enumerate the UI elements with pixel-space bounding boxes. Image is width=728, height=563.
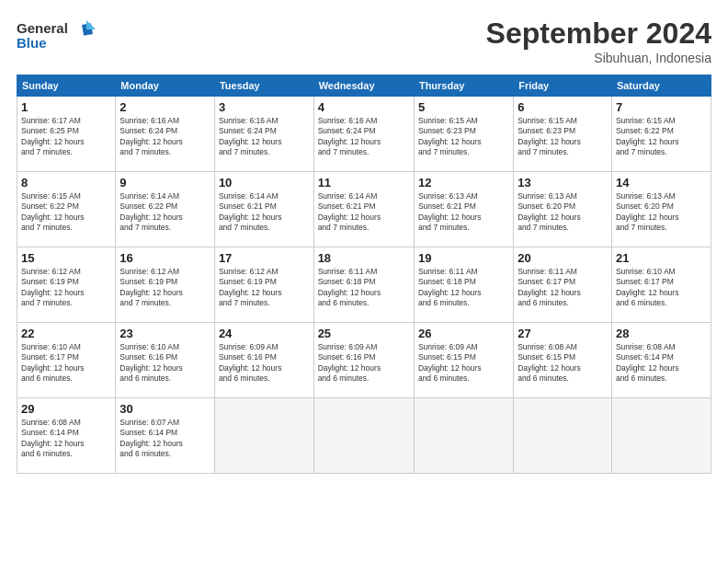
location: Sibuhuan, Indonesia bbox=[486, 51, 711, 65]
day-info: Sunrise: 6:16 AM Sunset: 6:24 PM Dayligh… bbox=[318, 116, 410, 158]
day-number: 26 bbox=[418, 327, 509, 340]
day-info: Sunrise: 6:12 AM Sunset: 6:19 PM Dayligh… bbox=[21, 267, 111, 309]
day-info: Sunrise: 6:08 AM Sunset: 6:14 PM Dayligh… bbox=[21, 418, 111, 460]
calendar-cell: 6Sunrise: 6:15 AM Sunset: 6:23 PM Daylig… bbox=[514, 97, 612, 172]
calendar-cell: 4Sunrise: 6:16 AM Sunset: 6:24 PM Daylig… bbox=[313, 97, 414, 172]
day-info: Sunrise: 6:14 AM Sunset: 6:21 PM Dayligh… bbox=[318, 191, 410, 234]
month-title: September 2024 bbox=[486, 17, 711, 51]
calendar-cell: 28Sunrise: 6:08 AM Sunset: 6:14 PM Dayli… bbox=[611, 323, 711, 398]
day-number: 29 bbox=[21, 402, 111, 416]
calendar-cell: 20Sunrise: 6:11 AM Sunset: 6:17 PM Dayli… bbox=[514, 247, 612, 323]
logo: General Blue bbox=[17, 17, 99, 57]
calendar-cell: 14Sunrise: 6:13 AM Sunset: 6:20 PM Dayli… bbox=[611, 172, 711, 247]
day-info: Sunrise: 6:14 AM Sunset: 6:22 PM Dayligh… bbox=[119, 191, 210, 234]
calendar-cell bbox=[414, 398, 513, 474]
day-number: 28 bbox=[616, 327, 707, 340]
day-info: Sunrise: 6:13 AM Sunset: 6:21 PM Dayligh… bbox=[418, 191, 509, 234]
calendar-cell: 22Sunrise: 6:10 AM Sunset: 6:17 PM Dayli… bbox=[17, 323, 116, 398]
day-info: Sunrise: 6:12 AM Sunset: 6:19 PM Dayligh… bbox=[219, 267, 310, 309]
day-info: Sunrise: 6:13 AM Sunset: 6:20 PM Dayligh… bbox=[616, 191, 707, 234]
calendar-cell: 18Sunrise: 6:11 AM Sunset: 6:18 PM Dayli… bbox=[313, 247, 414, 323]
calendar-header-friday: Friday bbox=[514, 75, 612, 97]
calendar-week-3: 15Sunrise: 6:12 AM Sunset: 6:19 PM Dayli… bbox=[17, 247, 711, 323]
day-number: 16 bbox=[119, 251, 210, 265]
day-info: Sunrise: 6:13 AM Sunset: 6:20 PM Dayligh… bbox=[518, 191, 608, 234]
day-number: 24 bbox=[219, 327, 310, 340]
day-number: 9 bbox=[119, 176, 210, 190]
day-number: 2 bbox=[119, 100, 210, 114]
day-info: Sunrise: 6:10 AM Sunset: 6:16 PM Dayligh… bbox=[119, 342, 210, 385]
calendar-header-row: SundayMondayTuesdayWednesdayThursdayFrid… bbox=[17, 75, 711, 97]
calendar-cell: 7Sunrise: 6:15 AM Sunset: 6:22 PM Daylig… bbox=[611, 97, 711, 172]
page: General Blue September 2024 Sibuhuan, In… bbox=[0, 0, 728, 563]
calendar-week-5: 29Sunrise: 6:08 AM Sunset: 6:14 PM Dayli… bbox=[17, 398, 711, 474]
calendar-cell: 23Sunrise: 6:10 AM Sunset: 6:16 PM Dayli… bbox=[116, 323, 215, 398]
calendar-cell: 1Sunrise: 6:17 AM Sunset: 6:25 PM Daylig… bbox=[17, 97, 116, 172]
day-info: Sunrise: 6:07 AM Sunset: 6:14 PM Dayligh… bbox=[119, 418, 210, 460]
day-number: 22 bbox=[21, 327, 111, 340]
calendar-header-thursday: Thursday bbox=[414, 75, 513, 97]
day-number: 4 bbox=[318, 100, 410, 114]
calendar-cell bbox=[214, 398, 313, 474]
day-info: Sunrise: 6:15 AM Sunset: 6:22 PM Dayligh… bbox=[616, 116, 707, 158]
day-number: 27 bbox=[518, 327, 608, 340]
day-number: 15 bbox=[21, 251, 111, 265]
calendar-cell: 15Sunrise: 6:12 AM Sunset: 6:19 PM Dayli… bbox=[17, 247, 116, 323]
calendar-cell: 26Sunrise: 6:09 AM Sunset: 6:15 PM Dayli… bbox=[414, 323, 513, 398]
day-number: 23 bbox=[119, 327, 210, 340]
calendar-cell bbox=[514, 398, 612, 474]
day-info: Sunrise: 6:09 AM Sunset: 6:15 PM Dayligh… bbox=[418, 342, 509, 385]
day-number: 13 bbox=[518, 176, 608, 190]
calendar-cell: 3Sunrise: 6:16 AM Sunset: 6:24 PM Daylig… bbox=[214, 97, 313, 172]
calendar-cell: 24Sunrise: 6:09 AM Sunset: 6:16 PM Dayli… bbox=[214, 323, 313, 398]
calendar-cell: 30Sunrise: 6:07 AM Sunset: 6:14 PM Dayli… bbox=[116, 398, 215, 474]
day-number: 1 bbox=[21, 100, 111, 114]
calendar-header-sunday: Sunday bbox=[17, 75, 116, 97]
day-info: Sunrise: 6:08 AM Sunset: 6:15 PM Dayligh… bbox=[518, 342, 608, 385]
day-number: 19 bbox=[418, 251, 509, 265]
day-info: Sunrise: 6:11 AM Sunset: 6:17 PM Dayligh… bbox=[518, 267, 608, 309]
day-info: Sunrise: 6:11 AM Sunset: 6:18 PM Dayligh… bbox=[318, 267, 410, 309]
day-info: Sunrise: 6:11 AM Sunset: 6:18 PM Dayligh… bbox=[418, 267, 509, 309]
day-info: Sunrise: 6:15 AM Sunset: 6:23 PM Dayligh… bbox=[418, 116, 509, 158]
calendar-cell: 11Sunrise: 6:14 AM Sunset: 6:21 PM Dayli… bbox=[313, 172, 414, 247]
calendar-cell: 12Sunrise: 6:13 AM Sunset: 6:21 PM Dayli… bbox=[414, 172, 513, 247]
day-info: Sunrise: 6:12 AM Sunset: 6:19 PM Dayligh… bbox=[119, 267, 210, 309]
calendar-cell: 25Sunrise: 6:09 AM Sunset: 6:16 PM Dayli… bbox=[313, 323, 414, 398]
day-info: Sunrise: 6:14 AM Sunset: 6:21 PM Dayligh… bbox=[219, 191, 310, 234]
title-block: September 2024 Sibuhuan, Indonesia bbox=[486, 17, 711, 65]
day-number: 25 bbox=[318, 327, 410, 340]
calendar-cell: 17Sunrise: 6:12 AM Sunset: 6:19 PM Dayli… bbox=[214, 247, 313, 323]
calendar-cell: 10Sunrise: 6:14 AM Sunset: 6:21 PM Dayli… bbox=[214, 172, 313, 247]
logo-text: General Blue bbox=[17, 17, 99, 57]
calendar-cell: 29Sunrise: 6:08 AM Sunset: 6:14 PM Dayli… bbox=[17, 398, 116, 474]
calendar-cell: 13Sunrise: 6:13 AM Sunset: 6:20 PM Dayli… bbox=[514, 172, 612, 247]
calendar-cell: 27Sunrise: 6:08 AM Sunset: 6:15 PM Dayli… bbox=[514, 323, 612, 398]
day-info: Sunrise: 6:17 AM Sunset: 6:25 PM Dayligh… bbox=[21, 116, 111, 158]
calendar-cell: 5Sunrise: 6:15 AM Sunset: 6:23 PM Daylig… bbox=[414, 97, 513, 172]
day-info: Sunrise: 6:15 AM Sunset: 6:22 PM Dayligh… bbox=[21, 191, 111, 234]
day-number: 8 bbox=[21, 176, 111, 190]
day-info: Sunrise: 6:09 AM Sunset: 6:16 PM Dayligh… bbox=[219, 342, 310, 385]
day-number: 6 bbox=[518, 100, 608, 114]
calendar-header-monday: Monday bbox=[116, 75, 215, 97]
day-info: Sunrise: 6:15 AM Sunset: 6:23 PM Dayligh… bbox=[518, 116, 608, 158]
day-number: 21 bbox=[616, 251, 707, 265]
calendar-cell: 21Sunrise: 6:10 AM Sunset: 6:17 PM Dayli… bbox=[611, 247, 711, 323]
day-number: 20 bbox=[518, 251, 608, 265]
day-number: 7 bbox=[616, 100, 707, 114]
day-info: Sunrise: 6:16 AM Sunset: 6:24 PM Dayligh… bbox=[219, 116, 310, 158]
calendar-cell bbox=[313, 398, 414, 474]
day-info: Sunrise: 6:16 AM Sunset: 6:24 PM Dayligh… bbox=[119, 116, 210, 158]
calendar-week-4: 22Sunrise: 6:10 AM Sunset: 6:17 PM Dayli… bbox=[17, 323, 711, 398]
day-number: 17 bbox=[219, 251, 310, 265]
day-number: 14 bbox=[616, 176, 707, 190]
day-info: Sunrise: 6:08 AM Sunset: 6:14 PM Dayligh… bbox=[616, 342, 707, 385]
calendar-cell: 9Sunrise: 6:14 AM Sunset: 6:22 PM Daylig… bbox=[116, 172, 215, 247]
svg-marker-3 bbox=[86, 20, 96, 29]
day-number: 30 bbox=[119, 402, 210, 416]
calendar-cell bbox=[611, 398, 711, 474]
day-number: 18 bbox=[318, 251, 410, 265]
calendar-week-1: 1Sunrise: 6:17 AM Sunset: 6:25 PM Daylig… bbox=[17, 97, 711, 172]
svg-text:General: General bbox=[17, 20, 68, 36]
